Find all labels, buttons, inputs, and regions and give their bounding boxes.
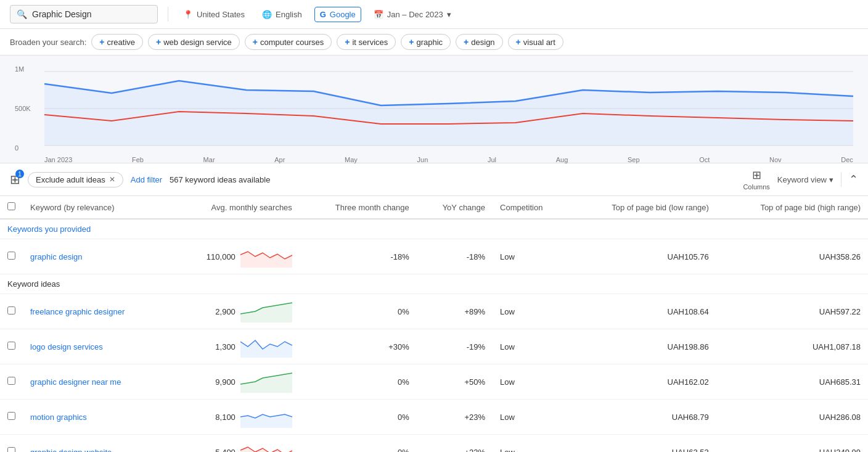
competition-cell: Low bbox=[493, 239, 568, 274]
bid-low-cell: UAH108.64 bbox=[568, 294, 716, 329]
divider-1 bbox=[168, 7, 168, 22]
select-all-checkbox-header[interactable] bbox=[0, 196, 23, 219]
svg-marker-5 bbox=[240, 303, 292, 323]
three-month-cell: -18% bbox=[300, 239, 417, 274]
yoy-cell: +23% bbox=[417, 400, 493, 435]
col-competition[interactable]: Competition bbox=[493, 196, 568, 219]
chip-label: creative bbox=[107, 38, 135, 47]
search-icon: 🔍 bbox=[17, 9, 27, 19]
keyword-link[interactable]: motion graphics bbox=[30, 413, 87, 422]
bid-high-cell: UAH286.08 bbox=[716, 400, 868, 435]
col-bid-low[interactable]: Top of page bid (low range) bbox=[568, 196, 716, 219]
broaden-chip-computer[interactable]: + computer courses bbox=[245, 34, 332, 50]
columns-button[interactable]: ⊞ Columns bbox=[743, 168, 769, 191]
competition-cell: Low bbox=[493, 294, 568, 329]
plus-icon: + bbox=[253, 37, 258, 47]
keyword-link[interactable]: graphic design bbox=[30, 252, 83, 261]
broaden-chip-visual-art[interactable]: + visual art bbox=[508, 34, 563, 50]
exclude-adult-chip[interactable]: Exclude adult ideas ✕ bbox=[28, 172, 123, 187]
row-checkbox-cell[interactable] bbox=[0, 400, 23, 435]
yoy-cell: +89% bbox=[417, 294, 493, 329]
avg-searches-cell: 5,400 bbox=[167, 435, 300, 452]
plus-icon: + bbox=[464, 37, 469, 47]
table-row: freelance graphic designer2,900 0%+89%Lo… bbox=[0, 294, 868, 329]
search-box[interactable]: 🔍 Graphic Design bbox=[10, 5, 158, 23]
collapse-button[interactable]: ⌃ bbox=[849, 173, 858, 186]
col-avg-searches[interactable]: Avg. monthly searches bbox=[167, 196, 300, 219]
row-checkbox-cell[interactable] bbox=[0, 435, 23, 453]
col-yoy[interactable]: YoY change bbox=[417, 196, 493, 219]
x-label-oct: Oct bbox=[699, 156, 710, 163]
vertical-divider bbox=[841, 172, 841, 187]
location-selector[interactable]: 📍 United States bbox=[178, 7, 250, 22]
keyword-cell: graphic designer near me bbox=[23, 364, 167, 400]
dropdown-arrow-icon: ▾ bbox=[829, 175, 833, 184]
keyword-count-label: 567 keyword ideas available bbox=[170, 175, 270, 184]
keyword-cell: graphic design bbox=[23, 239, 167, 274]
chip-label: visual art bbox=[523, 38, 555, 47]
x-label-jan: Jan 2023 bbox=[44, 156, 72, 163]
plus-icon: + bbox=[345, 37, 350, 47]
filter-icon-wrap[interactable]: ⊞ 1 bbox=[10, 172, 20, 187]
date-range-label: Jan – Dec 2023 bbox=[387, 10, 443, 19]
row-checkbox[interactable] bbox=[7, 306, 15, 314]
broaden-chip-creative[interactable]: + creative bbox=[91, 34, 143, 50]
avg-searches-value: 5,400 bbox=[215, 448, 235, 453]
row-checkbox-cell[interactable] bbox=[0, 294, 23, 329]
bid-high-cell: UAH685.31 bbox=[716, 364, 868, 400]
keyword-link[interactable]: graphic designer near me bbox=[30, 377, 121, 387]
avg-searches-value: 1,300 bbox=[215, 342, 235, 351]
col-bid-high[interactable]: Top of page bid (high range) bbox=[716, 196, 868, 219]
table-row: graphic design website5,400 0%+23%LowUAH… bbox=[0, 435, 868, 453]
row-checkbox-cell[interactable] bbox=[0, 364, 23, 400]
row-checkbox[interactable] bbox=[7, 377, 15, 385]
avg-searches-value: 2,900 bbox=[215, 307, 235, 316]
row-checkbox-cell[interactable] bbox=[0, 329, 23, 364]
location-label: United States bbox=[197, 10, 245, 19]
date-range-selector[interactable]: 📅 Jan – Dec 2023 ▾ bbox=[369, 7, 456, 22]
keyword-view-button[interactable]: Keyword view ▾ bbox=[777, 175, 833, 184]
row-checkbox[interactable] bbox=[7, 412, 15, 420]
row-checkbox[interactable] bbox=[7, 342, 15, 350]
keyword-cell: motion graphics bbox=[23, 400, 167, 435]
bid-high-cell: UAH349.99 bbox=[716, 435, 868, 453]
bid-low-cell: UAH105.76 bbox=[568, 239, 716, 274]
row-checkbox[interactable] bbox=[7, 252, 15, 260]
col-three-month[interactable]: Three month change bbox=[300, 196, 417, 219]
broaden-chip-it[interactable]: + it services bbox=[337, 34, 396, 50]
platform-selector[interactable]: G Google bbox=[314, 7, 361, 22]
select-all-checkbox[interactable] bbox=[7, 202, 15, 210]
avg-searches-value: 8,100 bbox=[215, 413, 235, 422]
keyword-link[interactable]: graphic design website bbox=[30, 448, 112, 453]
broaden-chip-web-design[interactable]: + web design service bbox=[148, 34, 240, 50]
svg-marker-8 bbox=[240, 414, 292, 428]
y-label-1m: 1M bbox=[15, 65, 31, 73]
columns-icon: ⊞ bbox=[752, 168, 761, 182]
broaden-chip-graphic[interactable]: + graphic bbox=[401, 34, 451, 50]
yoy-cell: +50% bbox=[417, 364, 493, 400]
chart-x-labels: Jan 2023 Feb Mar Apr May Jun Jul Aug Sep… bbox=[44, 154, 853, 163]
broaden-chip-design[interactable]: + design bbox=[456, 34, 503, 50]
competition-cell: Low bbox=[493, 329, 568, 364]
svg-marker-6 bbox=[240, 340, 292, 358]
bid-high-cell: UAH1,087.18 bbox=[716, 329, 868, 364]
plus-icon: + bbox=[156, 37, 161, 47]
chart-y-labels: 1M 500K 0 bbox=[15, 65, 31, 152]
section-label-row: Keywords you provided bbox=[0, 219, 868, 239]
row-checkbox[interactable] bbox=[7, 447, 15, 452]
x-label-jun: Jun bbox=[417, 156, 428, 163]
keyword-link[interactable]: freelance graphic designer bbox=[30, 307, 125, 316]
table-row: graphic design110,000 -18%-18%LowUAH105.… bbox=[0, 239, 868, 274]
columns-label: Columns bbox=[743, 183, 769, 191]
exclude-close-icon[interactable]: ✕ bbox=[109, 175, 115, 184]
col-keyword[interactable]: Keyword (by relevance) bbox=[23, 196, 167, 219]
keyword-cell: freelance graphic designer bbox=[23, 294, 167, 329]
keyword-link[interactable]: logo design services bbox=[30, 342, 103, 351]
language-selector[interactable]: 🌐 English bbox=[257, 7, 307, 22]
yoy-cell: +23% bbox=[417, 435, 493, 453]
keyword-view-label: Keyword view bbox=[777, 175, 827, 184]
avg-searches-cell: 8,100 bbox=[167, 400, 300, 434]
chip-label: web design service bbox=[163, 38, 232, 47]
add-filter-button[interactable]: Add filter bbox=[131, 175, 162, 184]
row-checkbox-cell[interactable] bbox=[0, 239, 23, 274]
